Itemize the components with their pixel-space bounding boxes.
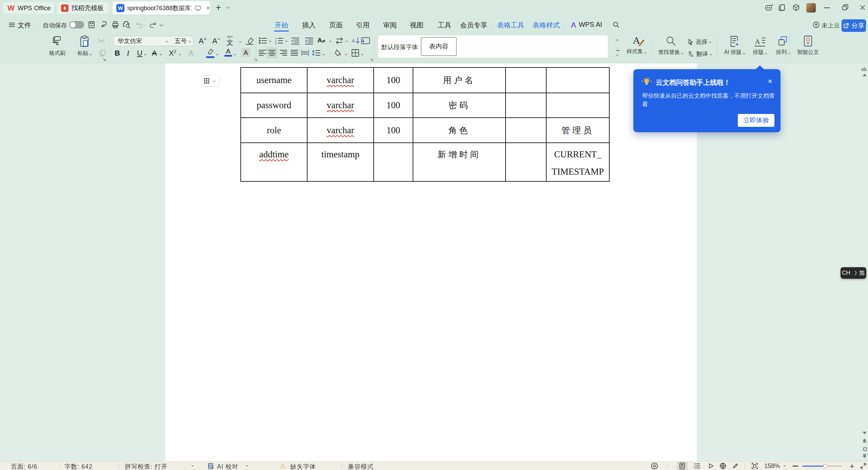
underline-chevron-icon[interactable]	[144, 53, 146, 55]
cloud-upload-icon[interactable]	[812, 21, 820, 28]
tab-home[interactable]: W WPS Office	[3, 2, 54, 14]
table-cell[interactable]	[506, 68, 547, 93]
increase-font-button[interactable]: A+	[199, 36, 206, 45]
zoom-value[interactable]: 158%	[764, 463, 780, 470]
strikethrough-chevron-icon[interactable]	[160, 53, 162, 55]
superscript-chevron-icon[interactable]	[179, 53, 181, 55]
style-item-table-content[interactable]: 表内容	[421, 37, 457, 56]
tab-document[interactable]: W springboot76388数据库文 ✕	[113, 1, 210, 15]
web-view-icon[interactable]	[719, 463, 726, 469]
line-spacing-chevron-icon[interactable]	[322, 53, 325, 55]
text-effects-button[interactable]: A	[189, 49, 194, 58]
menu-tab-table-style[interactable]: 表格样式	[533, 21, 560, 30]
text-effects-chevron-icon[interactable]	[196, 53, 199, 55]
font-color-chevron-icon[interactable]	[234, 53, 236, 55]
table-cell[interactable]: addtime	[241, 143, 308, 182]
numbered-chevron-icon[interactable]	[285, 40, 288, 42]
smart-doc-button[interactable]: 智能公文	[793, 35, 823, 62]
play-view-icon[interactable]	[708, 463, 714, 469]
ai-proof-label[interactable]: AI 校对	[217, 463, 238, 470]
table-cell[interactable]	[547, 68, 610, 93]
table-cell[interactable]: 密码	[413, 93, 506, 118]
scroll-up-icon[interactable]	[863, 74, 867, 76]
word-count[interactable]: 字数: 642	[64, 463, 93, 470]
decrease-font-button[interactable]: A−	[212, 36, 220, 45]
table-cell[interactable]: timestamp	[308, 143, 374, 182]
popup-close-icon[interactable]: ✕	[768, 78, 772, 85]
minimize-button[interactable]	[824, 7, 830, 8]
close-button[interactable]	[859, 4, 866, 11]
highlight-button[interactable]	[206, 48, 214, 58]
fullscreen-icon[interactable]	[860, 463, 866, 469]
missing-font-label[interactable]: 缺失字体	[290, 463, 316, 470]
zoom-in-button[interactable]: +	[850, 462, 854, 470]
ruler-toggle-icon[interactable]	[861, 66, 867, 71]
zoom-chevron-icon[interactable]	[784, 464, 786, 467]
table-cell[interactable]: 100	[374, 93, 413, 118]
avatar[interactable]	[806, 3, 816, 13]
underline-button[interactable]: U	[137, 49, 142, 58]
undo-icon[interactable]	[136, 21, 143, 28]
menu-file[interactable]: 文件	[18, 21, 31, 30]
restore-button[interactable]	[842, 4, 849, 11]
shading-chevron-icon[interactable]	[345, 53, 347, 55]
font-size-select[interactable]: 五号	[171, 36, 194, 46]
wps-assistant-icon[interactable]	[765, 3, 774, 12]
spell-check-chevron-icon[interactable]	[192, 464, 194, 467]
prev-page-icon[interactable]	[863, 438, 867, 443]
bullet-list-icon[interactable]	[258, 37, 267, 45]
spell-check[interactable]: 拼写检查: 打开	[125, 463, 167, 470]
menu-tab-tools[interactable]: 工具	[438, 21, 451, 30]
style-set-button[interactable]: A 样式集	[623, 35, 650, 62]
phonetic-chevron-icon[interactable]	[239, 40, 241, 43]
page-indicator[interactable]: 页面: 6/6	[11, 463, 37, 470]
tab-close-icon[interactable]: ✕	[206, 5, 210, 11]
clipboard-dialog-launcher[interactable]	[102, 58, 106, 62]
arrange-button[interactable]: 排列	[772, 35, 794, 62]
align-left-icon[interactable]	[258, 50, 267, 56]
table-cell[interactable]: 100	[374, 68, 413, 93]
tab-template[interactable]: 找稻壳模板	[57, 2, 108, 14]
table-select-button[interactable]	[201, 75, 220, 86]
share-button[interactable]: 分享	[842, 19, 866, 32]
table-cell[interactable]: 新增时间	[413, 143, 506, 182]
page-view-icon[interactable]	[679, 463, 685, 469]
shading-icon[interactable]	[334, 49, 343, 57]
char-scale-button[interactable]: A⇄	[317, 37, 325, 44]
redo-icon[interactable]	[149, 21, 157, 28]
sort-icon[interactable]: A	[352, 37, 360, 45]
menu-tab-reference[interactable]: 引用	[356, 21, 370, 30]
two-way-chevron-icon[interactable]	[346, 40, 348, 42]
format-painter-button[interactable]: 格式刷	[43, 35, 71, 62]
document-viewport[interactable]: username varchar 100 用户名 password varcha…	[0, 63, 868, 461]
line-spacing-icon[interactable]	[312, 50, 321, 56]
font-color-button[interactable]: A	[224, 47, 232, 57]
menu-tab-view[interactable]: 视图	[410, 21, 423, 30]
table-cell[interactable]: varchar	[308, 68, 374, 93]
distribute-icon[interactable]	[301, 50, 309, 56]
autosave-toggle[interactable]	[69, 21, 84, 28]
ai-proof-chevron-icon[interactable]	[246, 464, 248, 467]
translate-button[interactable]: A 翻译	[688, 50, 712, 58]
export-icon[interactable]	[100, 21, 108, 29]
char-shading-button[interactable]: A	[241, 48, 250, 57]
browse-object-icon[interactable]	[863, 447, 867, 451]
compat-mode-label[interactable]: 兼容模式	[348, 463, 374, 470]
ai-layout-button[interactable]: AI 排版	[722, 35, 747, 62]
new-tab-button[interactable]: +	[216, 2, 221, 13]
table-cell[interactable]	[374, 143, 413, 182]
print-icon[interactable]	[111, 21, 119, 29]
tab-list-chevron-icon[interactable]	[226, 5, 230, 9]
undo-chevron-icon[interactable]	[143, 23, 146, 26]
cut-icon[interactable]: ✂	[98, 36, 105, 46]
table-cell[interactable]: varchar	[308, 93, 374, 118]
align-right-icon[interactable]	[279, 50, 288, 56]
table-cell[interactable]	[547, 93, 610, 118]
workspace-box-icon[interactable]	[792, 3, 800, 12]
numbered-list-icon[interactable]: 123	[275, 37, 283, 45]
paragraph-dialog-launcher[interactable]	[370, 58, 374, 62]
align-center-icon[interactable]	[268, 50, 276, 56]
menu-tab-member[interactable]: 会员专享	[460, 21, 487, 30]
zoom-slider-track[interactable]	[802, 466, 842, 467]
justify-icon[interactable]	[290, 50, 298, 56]
